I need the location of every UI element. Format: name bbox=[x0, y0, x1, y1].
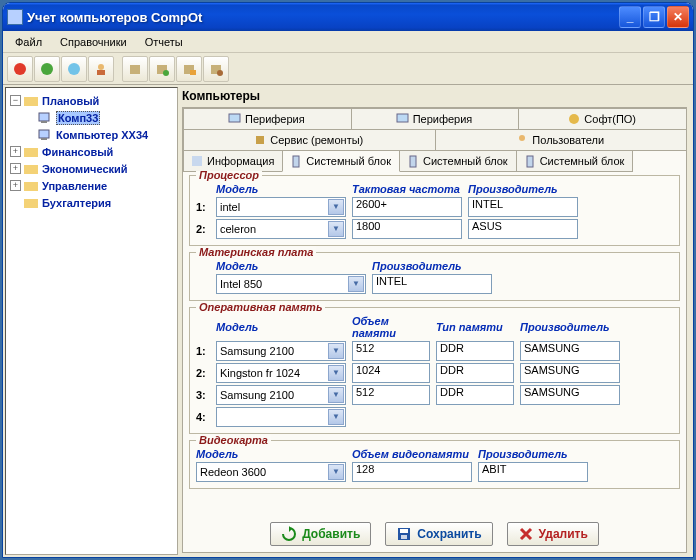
ram2-type-field[interactable]: DDR bbox=[436, 363, 514, 383]
cpu1-maker-field[interactable]: INTEL bbox=[468, 197, 578, 217]
expand-icon[interactable]: + bbox=[10, 163, 21, 174]
monitor-icon bbox=[396, 112, 410, 126]
tree-management[interactable]: + Управление bbox=[8, 177, 175, 194]
tab-periph-2[interactable]: Периферия bbox=[351, 108, 520, 130]
tab-service[interactable]: Сервис (ремонты) bbox=[183, 129, 436, 151]
svg-rect-27 bbox=[293, 156, 299, 167]
tree-komp33[interactable]: Комп33 bbox=[8, 109, 175, 126]
cpu2-maker-field[interactable]: ASUS bbox=[468, 219, 578, 239]
tab-info[interactable]: Информация bbox=[183, 150, 283, 172]
titlebar[interactable]: Учет компьютеров CompOt _ ❐ ✕ bbox=[3, 3, 693, 31]
software-icon bbox=[567, 112, 581, 126]
mb-model-combo[interactable]: Intel 850▼ bbox=[216, 274, 366, 294]
add-button[interactable]: Добавить bbox=[270, 522, 371, 546]
gpu-model-combo[interactable]: Redeon 3600▼ bbox=[196, 462, 346, 482]
cpu1-freq-field[interactable]: 2600+ bbox=[352, 197, 462, 217]
svg-rect-15 bbox=[39, 130, 49, 138]
tb-box2-icon[interactable] bbox=[149, 56, 175, 82]
group-title-cpu: Процессор bbox=[196, 171, 262, 181]
actions-bar: Добавить Сохранить Удалить bbox=[183, 516, 686, 552]
gpu-maker-field[interactable]: ABIT bbox=[478, 462, 588, 482]
ram2-model-combo[interactable]: Kingston fr 1024▼ bbox=[216, 363, 346, 383]
minimize-button[interactable]: _ bbox=[619, 6, 641, 28]
group-cpu: Процессор Модель Тактовая частота Произв… bbox=[189, 175, 680, 246]
hdr-mb-model: Модель bbox=[216, 260, 366, 272]
cpu2-freq-field[interactable]: 1800 bbox=[352, 219, 462, 239]
delete-button[interactable]: Удалить bbox=[507, 522, 599, 546]
svg-point-3 bbox=[98, 64, 104, 70]
toolbar bbox=[3, 53, 693, 85]
dropdown-icon: ▼ bbox=[328, 387, 344, 403]
svg-rect-22 bbox=[397, 114, 408, 122]
ram3-maker-field[interactable]: SAMSUNG bbox=[520, 385, 620, 405]
cpu-row2-num: 2: bbox=[196, 223, 210, 235]
ram1-maker-field[interactable]: SAMSUNG bbox=[520, 341, 620, 361]
tb-green-icon[interactable] bbox=[34, 56, 60, 82]
ram1-size-field[interactable]: 512 bbox=[352, 341, 430, 361]
tab-sysblock-2[interactable]: Системный блок bbox=[399, 150, 517, 172]
cpu1-model-combo[interactable]: intel▼ bbox=[216, 197, 346, 217]
tb-red-icon[interactable] bbox=[7, 56, 33, 82]
app-window: Учет компьютеров CompOt _ ❐ ✕ Файл Справ… bbox=[2, 2, 694, 558]
tab-users[interactable]: Пользователи bbox=[435, 129, 688, 151]
mb-maker-field[interactable]: INTEL bbox=[372, 274, 492, 294]
tree-xx34[interactable]: Компьютер XX34 bbox=[8, 126, 175, 143]
ram4-model-combo[interactable]: ▼ bbox=[216, 407, 346, 427]
tree-accounting[interactable]: Бухгалтерия bbox=[8, 194, 175, 211]
ram3-size-field[interactable]: 512 bbox=[352, 385, 430, 405]
tab-sysblock-3[interactable]: Системный блок bbox=[516, 150, 634, 172]
folder-icon bbox=[23, 178, 39, 194]
folder-icon bbox=[23, 161, 39, 177]
menu-dicts[interactable]: Справочники bbox=[52, 34, 135, 50]
group-gpu: Видеокарта Модель Объем видеопамяти Прои… bbox=[189, 440, 680, 489]
tab-sysblock-1[interactable]: Системный блок bbox=[282, 150, 400, 172]
close-button[interactable]: ✕ bbox=[667, 6, 689, 28]
svg-point-11 bbox=[217, 70, 223, 76]
gpu-size-field[interactable]: 128 bbox=[352, 462, 472, 482]
ram3-model-combo[interactable]: Samsung 2100▼ bbox=[216, 385, 346, 405]
ram3-type-field[interactable]: DDR bbox=[436, 385, 514, 405]
tb-globe-icon[interactable] bbox=[61, 56, 87, 82]
tb-box3-icon[interactable] bbox=[176, 56, 202, 82]
dropdown-icon: ▼ bbox=[328, 343, 344, 359]
expand-icon[interactable]: + bbox=[10, 146, 21, 157]
dropdown-icon: ▼ bbox=[328, 464, 344, 480]
tb-box1-icon[interactable] bbox=[122, 56, 148, 82]
dropdown-icon: ▼ bbox=[328, 409, 344, 425]
svg-rect-12 bbox=[24, 97, 38, 106]
tree-economy[interactable]: + Экономический bbox=[8, 160, 175, 177]
ram1-model-combo[interactable]: Samsung 2100▼ bbox=[216, 341, 346, 361]
tab-soft[interactable]: Софт(ПО) bbox=[518, 108, 687, 130]
group-title-gpu: Видеокарта bbox=[196, 434, 271, 446]
svg-rect-24 bbox=[256, 136, 264, 144]
tree-finance[interactable]: + Финансовый bbox=[8, 143, 175, 160]
ram2-size-field[interactable]: 1024 bbox=[352, 363, 430, 383]
info-icon bbox=[190, 154, 204, 168]
svg-point-25 bbox=[519, 135, 525, 141]
folder-icon bbox=[23, 144, 39, 160]
expand-icon[interactable]: + bbox=[10, 180, 21, 191]
dropdown-icon: ▼ bbox=[348, 276, 364, 292]
ram2-maker-field[interactable]: SAMSUNG bbox=[520, 363, 620, 383]
department-tree[interactable]: − Плановый Комп33 Компьютер XX34 + Финан… bbox=[5, 87, 178, 555]
menu-reports[interactable]: Отчеты bbox=[137, 34, 191, 50]
svg-rect-31 bbox=[400, 529, 408, 533]
save-button[interactable]: Сохранить bbox=[385, 522, 492, 546]
tb-box4-icon[interactable] bbox=[203, 56, 229, 82]
collapse-icon[interactable]: − bbox=[10, 95, 21, 106]
tab-periph-1[interactable]: Периферия bbox=[183, 108, 352, 130]
hdr-ram-type: Тип памяти bbox=[436, 321, 514, 333]
folder-icon bbox=[23, 195, 39, 211]
hdr-ram-size: Объем памяти bbox=[352, 315, 430, 339]
computer-icon bbox=[37, 127, 53, 143]
group-mb: Материнская плата Модель Производитель I… bbox=[189, 252, 680, 301]
svg-rect-26 bbox=[192, 156, 202, 166]
tree-planovy[interactable]: − Плановый bbox=[8, 92, 175, 109]
section-title: Компьютеры bbox=[182, 89, 687, 103]
cpu2-model-combo[interactable]: celeron▼ bbox=[216, 219, 346, 239]
tb-user-icon[interactable] bbox=[88, 56, 114, 82]
maximize-button[interactable]: ❐ bbox=[643, 6, 665, 28]
svg-rect-17 bbox=[24, 148, 38, 157]
menu-file[interactable]: Файл bbox=[7, 34, 50, 50]
ram1-type-field[interactable]: DDR bbox=[436, 341, 514, 361]
